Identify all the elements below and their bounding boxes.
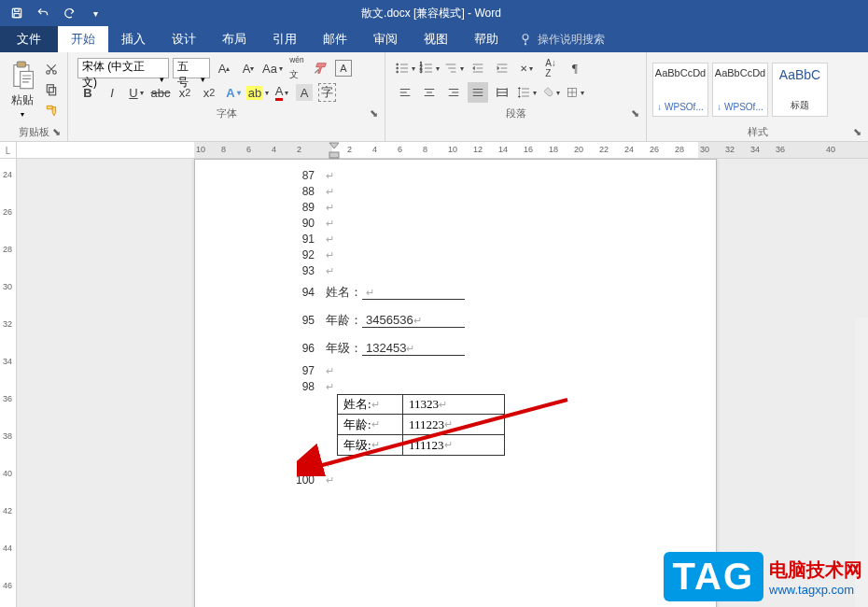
document-field-line[interactable]: 96年级：132453↵ (195, 334, 716, 362)
document-line[interactable]: 92↵ (195, 247, 716, 262)
tab-help[interactable]: 帮助 (461, 26, 511, 52)
subscript-button[interactable]: x2 (175, 82, 195, 103)
numbering-button[interactable]: 123▾ (419, 58, 440, 78)
show-hide-button[interactable]: ¶ (565, 58, 585, 78)
shrink-font-button[interactable]: A▾ (238, 58, 259, 78)
tab-mailings[interactable]: 邮件 (310, 26, 360, 52)
asian-layout-button[interactable]: ✕▾ (516, 58, 537, 78)
table-cell-label[interactable]: 年龄:↵ (337, 415, 402, 435)
svg-rect-11 (47, 85, 53, 92)
line-spacing-button[interactable]: ▾ (516, 82, 537, 103)
copy-button[interactable] (41, 80, 62, 99)
character-shading-button[interactable]: A (296, 84, 313, 101)
align-right-button[interactable] (443, 82, 464, 103)
field-value[interactable]: 3456536↵ (362, 313, 465, 328)
shading-button[interactable]: ▾ (540, 82, 561, 103)
redo-button[interactable] (58, 2, 80, 24)
align-left-button[interactable] (395, 82, 415, 103)
tab-home[interactable]: 开始 (58, 26, 108, 52)
document-table[interactable]: 姓名:↵11323↵年龄:↵111223↵年级:↵111123↵ (337, 394, 716, 456)
document-line[interactable]: 89↵ (195, 199, 716, 215)
tab-review[interactable]: 审阅 (360, 26, 411, 52)
table-cell-value[interactable]: 111223↵ (402, 415, 505, 435)
tell-me-search[interactable]: 操作说明搜索 (519, 32, 605, 48)
paste-label: 粘贴 (11, 92, 34, 108)
grow-font-button[interactable]: A▴ (214, 58, 234, 78)
clipboard-launcher[interactable]: ⬊ (50, 126, 62, 137)
document-field-line[interactable]: 95年龄：3456536↵ (195, 306, 716, 334)
style-item-normal1[interactable]: AaBbCcDd ↓ WPSOf... (652, 63, 708, 117)
format-painter-button[interactable] (41, 101, 62, 120)
style-item-normal2[interactable]: AaBbCcDd ↓ WPSOf... (712, 63, 768, 117)
qat-customize-button[interactable]: ▾ (84, 2, 106, 24)
italic-button[interactable]: I (102, 82, 122, 103)
highlight-button[interactable]: ab▾ (247, 82, 268, 103)
tab-design[interactable]: 设计 (159, 26, 209, 52)
ribbon-group-clipboard: 粘贴 ▾ 剪贴板⬊ (0, 52, 68, 141)
field-value[interactable]: ↵ (362, 285, 465, 300)
bold-button[interactable]: B (77, 82, 98, 103)
tab-references[interactable]: 引用 (259, 26, 310, 52)
document-line[interactable]: 97↵ (195, 362, 716, 378)
undo-button[interactable] (32, 2, 54, 24)
paste-button[interactable]: 粘贴 ▾ (6, 59, 39, 120)
document-line[interactable]: 88↵ (195, 183, 716, 199)
change-case-button[interactable]: Aa▾ (262, 58, 283, 78)
save-button[interactable] (6, 2, 28, 24)
character-border-button[interactable]: 字 (316, 82, 337, 103)
tab-selector[interactable]: L (0, 142, 17, 159)
borders-button[interactable]: ▾ (565, 82, 585, 103)
multilevel-list-button[interactable]: ▾ (443, 58, 464, 78)
table-cell-label[interactable]: 姓名:↵ (337, 394, 402, 415)
document-line[interactable]: 99↵ (195, 456, 716, 472)
font-name-select[interactable]: 宋体 (中文正文)▾ (77, 58, 169, 78)
document-line[interactable]: 91↵ (195, 231, 716, 247)
font-color-button[interactable]: A▾ (272, 82, 292, 103)
tab-insert[interactable]: 插入 (108, 26, 159, 52)
justify-button[interactable] (468, 82, 488, 103)
style-item-heading[interactable]: AaBbC 标题 (772, 63, 828, 117)
underline-button[interactable]: U▾ (126, 82, 147, 103)
distributed-button[interactable] (492, 82, 512, 103)
document-line[interactable]: 98↵ (195, 378, 716, 394)
table-row[interactable]: 年级:↵111123↵ (337, 435, 716, 456)
document-line[interactable]: 87↵ (195, 167, 716, 183)
document-area[interactable]: 87↵88↵89↵90↵91↵92↵93↵94姓名：↵95年龄：3456536↵… (17, 159, 868, 607)
enclose-characters-button[interactable]: A (335, 60, 352, 77)
tab-file[interactable]: 文件 (0, 26, 58, 52)
table-cell-value[interactable]: 111123↵ (402, 435, 505, 456)
text-effects-button[interactable]: A▾ (223, 82, 244, 103)
font-launcher[interactable]: ⬊ (368, 107, 379, 119)
menu-bar: 文件 开始 插入 设计 布局 引用 邮件 审阅 视图 帮助 操作说明搜索 (0, 26, 868, 52)
sort-button[interactable]: A↓Z (540, 58, 561, 78)
document-field-line[interactable]: 94姓名：↵ (195, 278, 716, 306)
ruler-tick: 40 (3, 469, 12, 478)
superscript-button[interactable]: x2 (199, 82, 219, 103)
phonetic-guide-button[interactable]: wén文 (287, 58, 307, 78)
styles-launcher[interactable]: ⬊ (851, 126, 862, 137)
svg-rect-10 (49, 88, 56, 95)
table-cell-label[interactable]: 年级:↵ (337, 435, 402, 456)
clear-formatting-button[interactable] (311, 58, 331, 78)
decrease-indent-button[interactable] (468, 58, 488, 78)
table-row[interactable]: 姓名:↵11323↵ (337, 394, 716, 415)
cut-button[interactable] (41, 60, 62, 78)
font-size-select[interactable]: 五号▾ (173, 58, 210, 78)
document-line[interactable]: 100↵ (195, 472, 716, 487)
table-cell-value[interactable]: 11323↵ (402, 394, 505, 415)
table-row[interactable]: 年龄:↵111223↵ (337, 415, 716, 435)
svg-rect-6 (17, 62, 25, 67)
document-line[interactable]: 90↵ (195, 215, 716, 231)
first-line-indent-marker[interactable] (329, 142, 340, 159)
tab-view[interactable]: 视图 (411, 26, 461, 52)
document-line[interactable]: 93↵ (195, 262, 716, 278)
horizontal-ruler[interactable]: 1086422468101214161820222426283032343640 (194, 142, 868, 158)
increase-indent-button[interactable] (492, 58, 512, 78)
paragraph-launcher[interactable]: ⬊ (629, 107, 640, 119)
bullets-button[interactable]: ▾ (395, 58, 415, 78)
align-center-button[interactable] (419, 82, 440, 103)
strikethrough-button[interactable]: abc (150, 82, 171, 103)
tab-layout[interactable]: 布局 (209, 26, 259, 52)
field-value[interactable]: 132453↵ (362, 341, 465, 356)
vertical-ruler[interactable]: 24262830323436384042444648 (0, 159, 17, 607)
